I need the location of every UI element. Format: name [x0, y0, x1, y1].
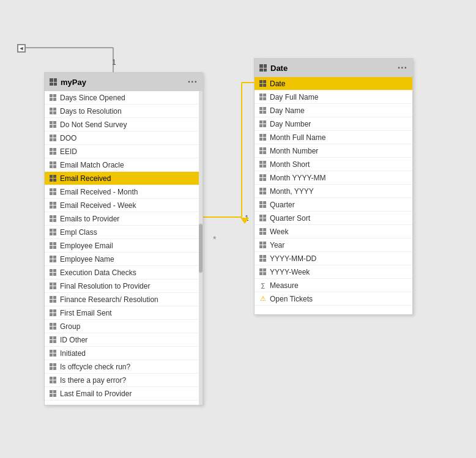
table-row[interactable]: Empl Class: [45, 226, 203, 239]
table-row[interactable]: Emails to Provider: [45, 212, 203, 226]
table-row[interactable]: Month Short: [255, 158, 412, 171]
table-row[interactable]: Week: [255, 225, 412, 238]
arrow-down-icon: [240, 218, 249, 224]
mypay-menu-dots[interactable]: ···: [188, 76, 198, 87]
scrollbar[interactable]: [199, 91, 203, 405]
anchor-box: ◄: [17, 44, 26, 53]
row-grid-icon: [50, 135, 56, 141]
table-row-measure[interactable]: ∑ Measure: [255, 279, 412, 292]
row-grid-icon: [50, 390, 56, 397]
row-grid-icon: [259, 242, 266, 248]
table-row[interactable]: Do Not Send Survey: [45, 118, 203, 131]
mypay-table: myPay ··· Days Since Opened Days to Reso…: [44, 72, 203, 405]
row-grid-icon: [50, 188, 56, 195]
table-row[interactable]: Initiated: [45, 347, 203, 360]
table-row-email-received[interactable]: Email Received: [45, 172, 203, 185]
row-label: YYYY-Week: [270, 268, 310, 276]
row-label: Day Number: [270, 120, 311, 128]
table-row[interactable]: YYYY-MM-DD: [255, 252, 412, 265]
row-grid-icon: [50, 256, 56, 262]
table-row[interactable]: Is offcycle check run?: [45, 360, 203, 374]
row-grid-icon: [259, 201, 266, 208]
table-row[interactable]: Last Email to Provider: [45, 387, 203, 401]
table-row[interactable]: Year: [255, 238, 412, 252]
table-row[interactable]: Final Resolution to Provider: [45, 279, 203, 293]
label-star: *: [213, 234, 216, 244]
table-row[interactable]: Email Match Oracle: [45, 158, 203, 172]
row-grid-icon: [259, 268, 266, 275]
row-label: Empl Class: [60, 228, 97, 237]
date-menu-dots[interactable]: ···: [398, 62, 407, 73]
row-label: Open Tickets: [270, 295, 313, 303]
row-grid-icon: [259, 228, 266, 235]
table-row[interactable]: Days Since Opened: [45, 91, 203, 105]
row-label: YYYY-MM-DD: [270, 254, 316, 263]
table-row[interactable]: Finance Research/ Resolution: [45, 293, 203, 306]
table-row[interactable]: Day Full Name: [255, 90, 412, 104]
row-label: Finance Research/ Resolution: [60, 295, 158, 304]
row-grid-icon: [259, 147, 266, 154]
table-row-date[interactable]: Date: [255, 77, 412, 90]
table-row[interactable]: Quarter Sort: [255, 212, 412, 225]
row-label: Year: [270, 241, 284, 249]
table-row[interactable]: ID Other: [45, 333, 203, 347]
table-row[interactable]: Execution Data Checks: [45, 266, 203, 279]
row-grid-icon: [50, 148, 56, 155]
row-grid-icon: [50, 175, 56, 182]
table-row[interactable]: Day Name: [255, 104, 412, 117]
table-row[interactable]: YYYY-Week: [255, 265, 412, 279]
table-row[interactable]: Day Number: [255, 117, 412, 131]
row-grid-icon: [50, 202, 56, 209]
table-row[interactable]: Is there a pay error?: [45, 374, 203, 387]
row-label: Email Received: [60, 174, 111, 183]
row-grid-icon: [50, 242, 56, 249]
row-label: Email Received - Week: [60, 201, 136, 210]
table-row[interactable]: Email Received - Month: [45, 185, 203, 199]
row-grid-icon: [50, 350, 56, 356]
row-label: Days to Resolution: [60, 107, 122, 116]
table-row[interactable]: Month Full Name: [255, 131, 412, 144]
row-grid-icon: [50, 269, 56, 276]
row-grid-icon: [50, 215, 56, 222]
row-grid-icon: [50, 336, 56, 343]
row-grid-icon: [259, 134, 266, 141]
row-label: Quarter: [270, 201, 295, 209]
row-label: Initiated: [60, 349, 86, 358]
row-label: Final Resolution to Provider: [60, 282, 150, 290]
table-row[interactable]: Quarter: [255, 198, 412, 212]
row-label: Group: [60, 322, 80, 331]
row-label: Last Email to Provider: [60, 390, 132, 398]
table-row[interactable]: Employee Email: [45, 239, 203, 253]
row-grid-icon: [259, 161, 266, 168]
table-row[interactable]: Employee Name: [45, 253, 203, 266]
table-row[interactable]: Days to Resolution: [45, 105, 203, 118]
row-grid-icon: [259, 188, 266, 194]
row-grid-icon: [50, 229, 56, 235]
scrollbar-thumb[interactable]: [199, 224, 203, 273]
table-row[interactable]: Email Received - Week: [45, 199, 203, 212]
row-label: Email Received - Month: [60, 188, 138, 196]
mypay-header: myPay ···: [45, 73, 203, 91]
date-table-icon: [259, 64, 267, 72]
table-row[interactable]: Month, YYYY: [255, 185, 412, 198]
table-row-open-tickets[interactable]: ⚠ Open Tickets: [255, 292, 412, 306]
row-label: First Email Sent: [60, 309, 112, 317]
table-row[interactable]: Month Number: [255, 144, 412, 158]
row-label: Emails to Provider: [60, 215, 119, 223]
table-row[interactable]: EEID: [45, 145, 203, 158]
date-table: Date ··· Date Day Full Name Day Name Day…: [254, 58, 413, 315]
row-label: Month Full Name: [270, 133, 325, 142]
table-row[interactable]: DOO: [45, 131, 203, 145]
mypay-title: myPay: [61, 78, 86, 87]
table-row[interactable]: First Email Sent: [45, 306, 203, 320]
row-grid-icon: [50, 108, 56, 114]
row-grid-icon: [259, 174, 266, 181]
table-row[interactable]: Group: [45, 320, 203, 333]
row-grid-icon: [259, 107, 266, 114]
row-label: EEID: [60, 147, 77, 156]
row-label: Execution Data Checks: [60, 268, 136, 277]
row-grid-icon: [259, 215, 266, 221]
date-header: Date ···: [255, 59, 412, 77]
table-row[interactable]: Month YYYY-MM: [255, 171, 412, 185]
row-label: Measure: [270, 281, 299, 290]
